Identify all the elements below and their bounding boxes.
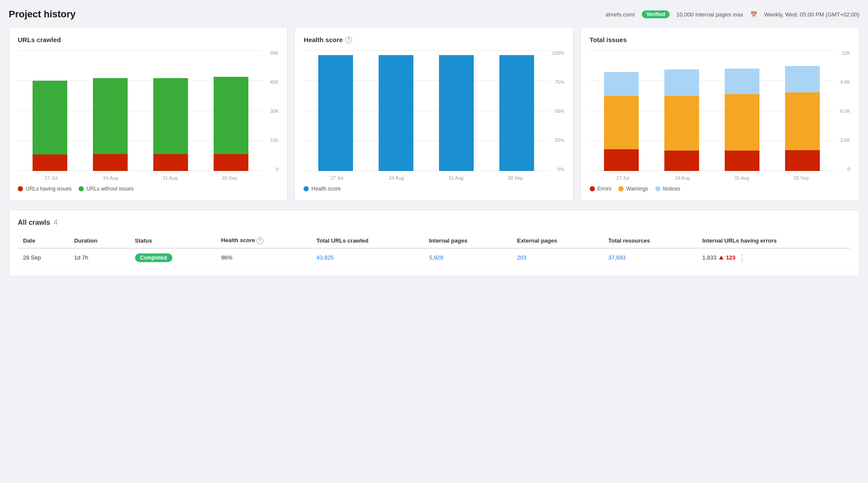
- bar-group: [202, 50, 259, 171]
- urls-crawled-title: URLs crawled: [18, 36, 278, 43]
- errors-delta: 123: [726, 254, 736, 261]
- bar-group: [488, 50, 545, 171]
- cell-total-resources: 37,693: [603, 248, 697, 267]
- bar-lightblue: [604, 72, 639, 96]
- bar-blue: [318, 55, 353, 171]
- col-internal-pages: Internal pages: [424, 233, 512, 248]
- total-urls-link[interactable]: 43,825: [317, 254, 334, 261]
- col-internal-errors: Internal URLs having errors: [697, 233, 850, 248]
- cell-internal-pages: 5,929: [424, 248, 512, 267]
- bar-group: [428, 50, 485, 171]
- bar-stack: [664, 69, 699, 171]
- bars-row: [18, 50, 263, 171]
- legend-dot-lightblue: [655, 186, 660, 191]
- bar-orange: [604, 96, 639, 149]
- bar-group: [367, 50, 424, 171]
- y-label: 30K: [270, 108, 279, 114]
- domain-text: ahrefs.com/: [606, 11, 635, 18]
- bar-green2: [33, 97, 67, 154]
- x-label: 27 Jul: [21, 175, 81, 181]
- col-status: Status: [130, 233, 216, 248]
- y-label: 0%: [558, 167, 564, 172]
- all-crawls-section: All crawls 4 Date Duration Status Health…: [9, 210, 859, 276]
- bar-lightblue: [664, 69, 699, 96]
- bar-stack: [93, 78, 128, 171]
- legend-item: URLs without issues: [79, 186, 134, 192]
- table-row: 28 Sep 1d 7h Completed 96% 43,825 5,929 …: [18, 248, 850, 267]
- calendar-icon: 📅: [750, 11, 757, 18]
- health-score-legend: Health score: [304, 186, 564, 192]
- status-badge: Completed: [135, 253, 172, 262]
- bar-group: [21, 50, 78, 171]
- internal-pages-link[interactable]: 5,929: [429, 254, 443, 261]
- bar-group: [774, 50, 831, 171]
- y-label: 0: [276, 167, 278, 172]
- more-options-icon[interactable]: ⋮: [738, 253, 746, 263]
- schedule-text: Weekly, Wed, 05:00 PM (GMT+02:00): [764, 11, 859, 18]
- total-issues-card: Total issues: [581, 27, 859, 201]
- total-issues-title: Total issues: [590, 36, 850, 43]
- cell-external-pages: 203: [512, 248, 603, 267]
- pages-max-text: 10,000 Internal pages max: [677, 11, 743, 18]
- bar-lightblue: [785, 66, 820, 92]
- x-label: 27 Jul: [593, 175, 653, 181]
- urls-crawled-chart: 27 Jul 24 Aug 31 Aug 28 Sep 60K 45K 30K …: [18, 50, 278, 181]
- help-icon[interactable]: ?: [345, 36, 352, 43]
- legend-item-errors: Errors: [590, 186, 612, 192]
- bar-red: [604, 149, 639, 171]
- x-labels: 27 Jul 24 Aug 31 Aug 28 Sep: [304, 175, 548, 181]
- bar-stack: [153, 78, 188, 171]
- bar-red: [664, 151, 699, 171]
- bar-group: [714, 50, 771, 171]
- legend-item: Health score: [304, 186, 340, 192]
- bar-group: [593, 50, 650, 171]
- total-resources-link[interactable]: 37,693: [608, 254, 626, 261]
- bar-red: [214, 154, 248, 171]
- urls-crawled-bars-area: 27 Jul 24 Aug 31 Aug 28 Sep: [18, 50, 278, 181]
- cell-internal-errors: 1,833 123 ⋮: [697, 248, 850, 267]
- col-duration: Duration: [69, 233, 130, 248]
- y-label: 60K: [270, 50, 279, 56]
- urls-crawled-legend: URLs having issues URLs without issues: [18, 186, 278, 192]
- y-label: 50%: [555, 108, 564, 114]
- y-label: 12K: [842, 50, 850, 56]
- y-label: 25%: [555, 138, 564, 143]
- health-score-bars-area: 27 Jul 24 Aug 31 Aug 28 Sep: [304, 50, 564, 181]
- bar-green2: [93, 95, 128, 154]
- x-label: 31 Aug: [140, 175, 200, 181]
- y-label: 45K: [270, 79, 279, 85]
- urls-crawled-card: URLs crawled: [9, 27, 287, 201]
- cell-status: Completed: [130, 248, 216, 267]
- error-value: 1,833 123 ⋮: [702, 253, 845, 263]
- legend-label: Health score: [311, 186, 340, 192]
- x-label: 24 Aug: [81, 175, 140, 181]
- y-axis: 100% 75% 50% 25% 0%: [549, 50, 564, 181]
- cell-duration: 1d 7h: [69, 248, 130, 267]
- bar-red: [33, 154, 67, 171]
- bar-red: [725, 151, 759, 171]
- bar-orange: [725, 94, 759, 151]
- bar-group: [142, 50, 199, 171]
- bar-group: [82, 50, 139, 171]
- bar-group: [307, 50, 364, 171]
- y-label: 75%: [555, 79, 564, 85]
- x-label: 31 Aug: [426, 175, 485, 181]
- header-meta: ahrefs.com/ Verified 10,000 Internal pag…: [606, 10, 860, 18]
- bar-red: [785, 150, 820, 171]
- legend-label-notices: Notices: [663, 186, 680, 192]
- x-label: 28 Sep: [486, 175, 545, 181]
- total-issues-bars-area: 27 Jul 24 Aug 31 Aug 28 Sep: [590, 50, 850, 181]
- bar-stack: [725, 69, 759, 171]
- bar-red: [153, 154, 188, 171]
- health-score-help-icon[interactable]: ?: [257, 237, 264, 244]
- external-pages-link[interactable]: 203: [517, 254, 527, 261]
- all-crawls-header: All crawls 4: [18, 219, 850, 227]
- bar-blue: [379, 55, 413, 171]
- cell-health-score: 96%: [216, 248, 311, 267]
- cell-date: 28 Sep: [18, 248, 69, 267]
- x-label: 28 Sep: [200, 175, 259, 181]
- legend-label: URLs without issues: [86, 186, 134, 192]
- bar-green: [153, 78, 188, 95]
- page-header: Project history ahrefs.com/ Verified 10,…: [9, 9, 859, 20]
- bar-stack: [214, 77, 248, 171]
